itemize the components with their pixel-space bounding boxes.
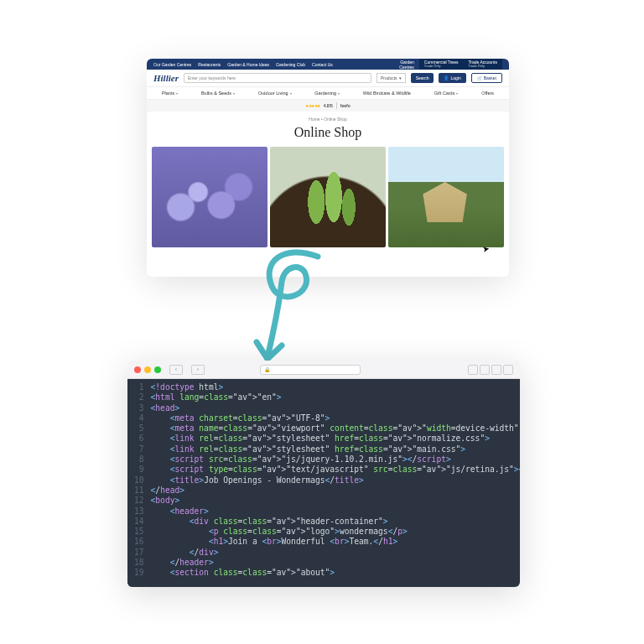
trade-sub: Trade Only — [468, 65, 497, 68]
toolbar-button[interactable] — [503, 365, 513, 375]
topbar-link[interactable]: Gardening Club — [276, 62, 305, 67]
commercial-trees-link[interactable]: Commercial Trees Trade Only — [419, 59, 464, 70]
nav-item-offers[interactable]: Offers — [481, 91, 494, 96]
site-header: Hillier Enter your keywords here Product… — [147, 70, 509, 86]
code-content[interactable]: <!doctype html> <html lang=class="av">"e… — [149, 379, 520, 587]
cursor-icon: ➤ — [481, 243, 490, 253]
login-label: Login — [450, 75, 460, 80]
code-area: 1 2 3 4 5 6 7 8 9 10 11 12 13 14 15 16 1… — [127, 379, 520, 587]
toolbar-button[interactable] — [480, 365, 490, 375]
basket-label: Basket — [484, 75, 496, 80]
tile-shoots-image[interactable] — [270, 147, 386, 247]
tile-flowers-image[interactable] — [152, 147, 267, 247]
category-nav: Plants Bulbs & Seeds Outdoor Living Gard… — [147, 86, 509, 100]
breadcrumb[interactable]: Home • Online Shop — [147, 117, 509, 122]
commercial-sub: Trade Only — [424, 65, 459, 68]
lock-icon: 🔒 — [264, 366, 270, 372]
url-bar[interactable]: 🔒 — [260, 365, 361, 375]
nav-item-gardening[interactable]: Gardening — [314, 91, 340, 96]
garden-centres-link[interactable]: Garden Centres — [394, 59, 419, 70]
nav-item-bulbs[interactable]: Bulbs & Seeds — [201, 91, 235, 96]
line-numbers: 1 2 3 4 5 6 7 8 9 10 11 12 13 14 15 16 1… — [127, 379, 149, 587]
user-icon: 👤 — [444, 75, 449, 80]
basket-button[interactable]: 🛒 Basket — [471, 73, 502, 83]
back-button[interactable]: ‹ — [169, 365, 183, 375]
website-screenshot: Our Garden Centres Restaurants Garden & … — [147, 59, 509, 277]
window-toolbar: ‹ › 🔒 — [127, 361, 520, 379]
nav-item-plants[interactable]: Plants — [162, 91, 178, 96]
minimize-icon[interactable] — [144, 366, 151, 373]
product-tiles — [147, 147, 509, 247]
topbar-link[interactable]: Our Garden Centres — [153, 62, 191, 67]
topbar-link[interactable]: Restaurants — [198, 62, 221, 67]
search-input[interactable]: Enter your keywords here — [184, 73, 371, 83]
products-label: Products — [381, 75, 397, 80]
maximize-icon[interactable] — [154, 366, 161, 373]
products-dropdown[interactable]: Products ▾ — [377, 73, 406, 83]
chevron-down-icon: ▾ — [399, 75, 402, 80]
rating-strip: ★★★★★ 4.8/5 feefo — [147, 100, 509, 112]
toolbar-button[interactable] — [491, 365, 501, 375]
code-editor-window: ‹ › 🔒 1 2 3 4 5 6 7 8 9 10 11 12 13 14 1… — [127, 361, 520, 587]
close-icon[interactable] — [134, 366, 141, 373]
stars-icon: ★★★★★ — [305, 103, 320, 108]
nav-item-wildlife[interactable]: Wild Birdcare & Wildlife — [363, 91, 411, 96]
basket-icon: 🛒 — [477, 75, 482, 80]
tile-garden-image[interactable] — [388, 147, 504, 247]
topbar-link[interactable]: Garden & Home Ideas — [227, 62, 269, 67]
site-logo[interactable]: Hillier — [153, 73, 179, 83]
rating-score: 4.8/5 — [324, 103, 333, 108]
forward-button[interactable]: › — [191, 365, 205, 375]
search-button[interactable]: Search — [411, 73, 434, 83]
topbar-link[interactable]: Contact Us — [312, 62, 333, 67]
trade-accounts-link[interactable]: Trade Accounts Trade Only — [463, 59, 502, 70]
nav-item-giftcards[interactable]: Gift Cards — [434, 91, 459, 96]
login-button[interactable]: 👤 Login — [439, 73, 465, 83]
topbar-links: Our Garden Centres Restaurants Garden & … — [153, 62, 333, 67]
site-topbar: Our Garden Centres Restaurants Garden & … — [147, 59, 509, 70]
page-title: Online Shop — [147, 125, 509, 140]
nav-item-outdoor[interactable]: Outdoor Living — [258, 91, 292, 96]
toolbar-button[interactable] — [468, 365, 478, 375]
rating-provider: feefo — [340, 103, 351, 108]
